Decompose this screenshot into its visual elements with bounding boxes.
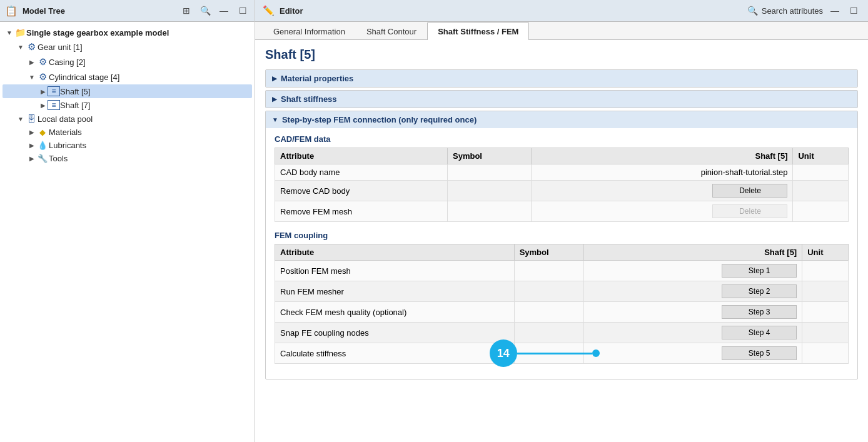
calc-stiffness-symbol: 14 bbox=[514, 343, 584, 364]
callout-dot bbox=[592, 349, 600, 357]
casing-icon: ⚙ bbox=[36, 56, 49, 68]
step3-button[interactable]: Step 3 bbox=[722, 305, 797, 319]
tabs-bar: General Information Shaft Contour Shaft … bbox=[255, 22, 868, 40]
step4-button[interactable]: Step 4 bbox=[722, 326, 797, 339]
fem-col-symbol: Symbol bbox=[514, 244, 584, 261]
cad-fem-title: CAD/FEM data bbox=[275, 134, 849, 144]
table-row: Remove FEM mesh Delete bbox=[275, 201, 849, 222]
materials-icon: ◆ bbox=[36, 128, 49, 137]
cad-fem-table: Attribute Symbol Shaft [5] Unit CAD body… bbox=[275, 148, 849, 222]
section-shaft-stiffness-title: Shaft stiffness bbox=[281, 94, 337, 104]
shaft5-icon: ≡ bbox=[48, 86, 60, 96]
tab-stiffness[interactable]: Shaft Stiffness / FEM bbox=[427, 23, 529, 40]
remove-cad-label: Remove CAD body bbox=[275, 181, 448, 201]
tab-contour[interactable]: Shaft Contour bbox=[356, 23, 427, 40]
cad-fem-col-symbol: Symbol bbox=[448, 148, 532, 164]
check-fem-unit bbox=[802, 302, 849, 323]
calc-stiffness-value: Step 5 bbox=[584, 343, 802, 364]
section-fem-connection-header[interactable]: ▼ Step-by-step FEM connection (only requ… bbox=[266, 111, 857, 128]
tree-label-cyl-stage: Cylindrical stage [4] bbox=[49, 73, 119, 82]
tree-maximize-icon[interactable]: ☐ bbox=[236, 4, 250, 18]
toggle-gear-unit[interactable]: ▼ bbox=[16, 44, 25, 51]
callout-container: 14 bbox=[490, 339, 600, 367]
tree-item-cyl-stage[interactable]: ▼ ⚙ Cylindrical stage [4] bbox=[3, 69, 252, 84]
table-row: Check FEM mesh quality (optional) Step 3 bbox=[275, 302, 849, 323]
section-shaft-stiffness-header[interactable]: ▶ Shaft stiffness bbox=[266, 91, 857, 108]
step1-button[interactable]: Step 1 bbox=[722, 264, 797, 278]
section-fem-connection-title: Step-by-step FEM connection (only requir… bbox=[282, 115, 477, 124]
tree-minimize-icon[interactable]: — bbox=[217, 4, 231, 18]
remove-cad-value: Delete bbox=[531, 181, 793, 201]
tree-label-root: Single stage gearbox example model bbox=[26, 28, 169, 38]
tree-item-shaft7[interactable]: ▶ ≡ Shaft [7] bbox=[3, 98, 252, 112]
tree-label-gear-unit: Gear unit [1] bbox=[38, 43, 83, 52]
page-title: Shaft [5] bbox=[265, 48, 858, 62]
remove-cad-button[interactable]: Delete bbox=[712, 184, 787, 198]
editor-maximize-icon[interactable]: ☐ bbox=[847, 4, 860, 18]
arrow-shaft-stiffness: ▶ bbox=[272, 96, 277, 103]
tab-general[interactable]: General Information bbox=[263, 23, 356, 40]
arrow-material-props: ▶ bbox=[272, 75, 277, 82]
table-row: Remove CAD body Delete bbox=[275, 181, 849, 201]
toggle-tools[interactable]: ▶ bbox=[28, 155, 36, 162]
position-fem-value: Step 1 bbox=[584, 261, 802, 281]
fem-col-unit: Unit bbox=[802, 244, 849, 261]
root-folder-icon: 📁 bbox=[14, 28, 26, 38]
editor-header: ✏️ Editor 🔍 Search attributes — ☐ bbox=[255, 0, 868, 22]
gear-unit-icon: ⚙ bbox=[25, 41, 38, 53]
cad-body-name-unit bbox=[793, 164, 849, 181]
tree-search-icon[interactable]: 🔍 bbox=[198, 4, 212, 18]
remove-fem-value: Delete bbox=[531, 201, 793, 222]
remove-fem-unit bbox=[793, 201, 849, 222]
tree-item-root[interactable]: ▼ 📁 Single stage gearbox example model bbox=[3, 26, 252, 39]
section-fem-connection: ▼ Step-by-step FEM connection (only requ… bbox=[265, 111, 858, 379]
remove-fem-button[interactable]: Delete bbox=[712, 204, 787, 218]
callout-line bbox=[517, 353, 592, 354]
toggle-casing[interactable]: ▶ bbox=[28, 59, 36, 66]
local-data-icon: 🗄 bbox=[25, 114, 38, 124]
cad-fem-col-unit: Unit bbox=[793, 148, 849, 164]
toggle-materials[interactable]: ▶ bbox=[28, 129, 36, 136]
search-label: Search attributes bbox=[762, 6, 823, 16]
step5-button[interactable]: Step 5 bbox=[722, 346, 797, 360]
tree-item-local-data[interactable]: ▼ 🗄 Local data pool bbox=[3, 112, 252, 126]
fem-col-attribute: Attribute bbox=[275, 244, 515, 261]
remove-cad-unit bbox=[793, 181, 849, 201]
fem-coupling-title: FEM coupling bbox=[275, 231, 849, 240]
toggle-cyl-stage[interactable]: ▼ bbox=[28, 74, 36, 81]
tree-item-lubricants[interactable]: ▶ 💧 Lubricants bbox=[3, 139, 252, 152]
toggle-root[interactable]: ▼ bbox=[5, 29, 14, 36]
tree-item-materials[interactable]: ▶ ◆ Materials bbox=[3, 126, 252, 139]
tree-label-shaft7: Shaft [7] bbox=[60, 101, 90, 110]
run-fem-value: Step 2 bbox=[584, 281, 802, 302]
snap-fe-value: Step 4 bbox=[584, 323, 802, 343]
lubricants-icon: 💧 bbox=[36, 141, 49, 150]
run-fem-symbol bbox=[514, 281, 584, 302]
toggle-shaft7[interactable]: ▶ bbox=[39, 102, 48, 109]
section-shaft-stiffness: ▶ Shaft stiffness bbox=[265, 90, 858, 108]
tree-item-gear-unit[interactable]: ▼ ⚙ Gear unit [1] bbox=[3, 39, 252, 54]
run-fem-unit bbox=[802, 281, 849, 302]
tree-label-tools: Tools bbox=[49, 154, 68, 163]
step2-button[interactable]: Step 2 bbox=[722, 284, 797, 298]
editor-pencil-icon: ✏️ bbox=[263, 5, 275, 16]
arrow-fem-connection: ▼ bbox=[272, 116, 278, 123]
toggle-lubricants[interactable]: ▶ bbox=[28, 142, 36, 149]
snap-fe-label: Snap FE coupling nodes bbox=[275, 323, 515, 343]
folder-icon: 📋 bbox=[5, 5, 18, 17]
tree-label-lubricants: Lubricants bbox=[49, 141, 86, 150]
tree-label-materials: Materials bbox=[49, 128, 82, 137]
check-fem-value: Step 3 bbox=[584, 302, 802, 323]
tree-item-shaft5[interactable]: ▶ ≡ Shaft [5] bbox=[3, 84, 252, 98]
editor-minimize-icon[interactable]: — bbox=[828, 4, 842, 18]
table-row: Calculate stiffness 14 bbox=[275, 343, 849, 364]
section-material-props-header[interactable]: ▶ Material properties bbox=[266, 70, 857, 87]
tree-grid-icon[interactable]: ⊞ bbox=[179, 4, 193, 18]
tree-item-tools[interactable]: ▶ 🔧 Tools bbox=[3, 152, 252, 165]
toggle-shaft5[interactable]: ▶ bbox=[39, 88, 48, 95]
tree-item-casing[interactable]: ▶ ⚙ Casing [2] bbox=[3, 54, 252, 69]
callout-bubble: 14 bbox=[490, 339, 517, 367]
cad-body-name-value: pinion-shaft-tutorial.step bbox=[531, 164, 793, 181]
cyl-stage-icon: ⚙ bbox=[36, 71, 49, 83]
toggle-local-data[interactable]: ▼ bbox=[16, 116, 25, 123]
